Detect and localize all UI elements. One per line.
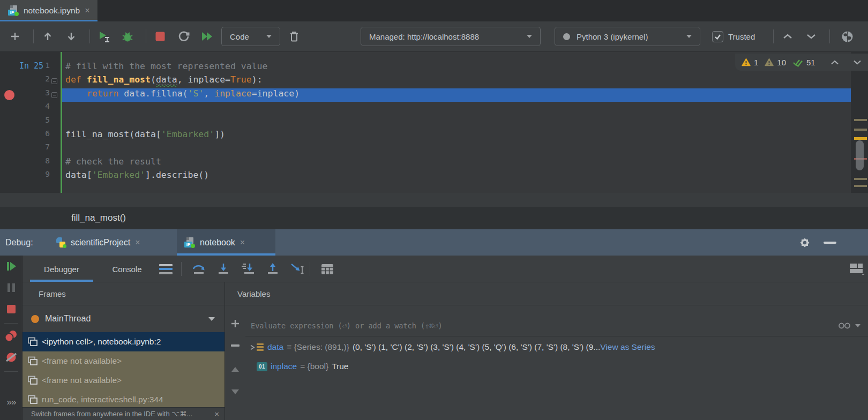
breakpoint-icon[interactable] [4, 90, 14, 100]
view-breakpoints-icon[interactable] [0, 329, 23, 342]
add-watch-button[interactable] [225, 319, 245, 328]
pycharm-window: IP notebook.ipynb × [0, 0, 868, 420]
stack-frame[interactable]: <ipython cell>, notebook.ipynb:2 [23, 332, 225, 351]
mute-breakpoints-icon[interactable] [0, 351, 23, 364]
active-tab-underline [30, 280, 93, 282]
cell-type-dropdown[interactable]: Code [221, 27, 280, 46]
evaluate-placeholder: Evaluate expression (⏎) or add a watch (… [251, 321, 838, 330]
evaluate-expression-icon[interactable] [319, 262, 335, 276]
code-lines: # fill with the most represented valuede… [62, 61, 851, 184]
trusted-checkbox[interactable]: Trusted [712, 31, 757, 42]
notebook-editor[interactable]: In 25 123456789 # fill with the most rep… [0, 52, 868, 193]
variable-value: True [332, 362, 348, 371]
tab-debugger[interactable]: Debugger [30, 256, 93, 282]
line-number-2: 2 [29, 74, 50, 88]
watches-icon [838, 322, 851, 329]
chevron-down-icon [208, 317, 215, 321]
chevron-down-icon [527, 35, 532, 38]
line-number-1: 1 [29, 61, 50, 74]
session-tab-scientificproject[interactable]: scientificProject × [48, 229, 148, 256]
stack-frame[interactable]: run_code, interactiveshell.py:344 [23, 390, 225, 409]
delete-cell-button[interactable] [285, 27, 304, 46]
evaluate-expression-input[interactable]: Evaluate expression (⏎) or add a watch (… [245, 305, 868, 336]
kernel-label: Python 3 (ipykernel) [577, 32, 648, 41]
code-line-3[interactable]: return data.fillna('S', inplace=inplace) [62, 88, 851, 102]
layout-settings-icon[interactable] [848, 262, 866, 276]
pause-program-icon[interactable] [0, 283, 23, 292]
scroll-up-button[interactable] [778, 27, 797, 46]
variables-panel-header: Variables [225, 282, 868, 305]
thread-selector[interactable]: MainThread [23, 305, 225, 332]
fold-marker-icon[interactable] [51, 92, 57, 98]
tab-close-icon[interactable]: × [240, 238, 245, 247]
code-line-2[interactable]: def fill_na_most(data, inplace=True): [62, 74, 851, 88]
line-number-5: 5 [29, 116, 50, 129]
threads-view-icon[interactable] [158, 262, 174, 276]
frames-status-bar: Switch frames from anywhere in the IDE w… [23, 407, 225, 420]
watches-options[interactable] [838, 322, 860, 329]
more-actions-icon[interactable]: »» [0, 397, 23, 408]
step-out-icon[interactable] [265, 262, 281, 276]
next-problem-icon[interactable] [853, 60, 862, 65]
variable-row-data[interactable]: data= {Series: (891,)}(0, 'S') (1, 'C') … [245, 338, 868, 357]
cell-output-area: fill_na_most() [0, 193, 868, 229]
scroll-down-button[interactable] [802, 27, 821, 46]
tab-title: notebook.ipynb [24, 6, 80, 16]
jupyter-server-dropdown[interactable]: Managed: http://localhost:8888 [361, 27, 541, 46]
warning-icon[interactable] [742, 58, 751, 66]
step-over-icon[interactable] [191, 262, 207, 276]
tab-console[interactable]: Console [103, 256, 151, 282]
run-cell-button[interactable] [94, 27, 114, 46]
debug-cell-button[interactable] [118, 27, 137, 46]
variables-list: data= {Series: (891,)}(0, 'S') (1, 'C') … [245, 338, 868, 376]
run-all-cells-button[interactable] [198, 27, 217, 46]
passed-checks-icon[interactable] [792, 58, 803, 67]
prev-problem-icon[interactable] [830, 60, 839, 65]
settings-gear-icon[interactable] [798, 236, 811, 249]
run-to-cursor-icon[interactable] [289, 262, 305, 276]
fold-marker-icon[interactable] [51, 78, 57, 84]
move-cell-down-button[interactable] [62, 27, 81, 46]
expand-chevron-icon[interactable] [248, 344, 257, 351]
code-line-8[interactable]: # check the result [62, 156, 851, 170]
kernel-status-icon [563, 33, 570, 40]
tab-close-icon[interactable]: × [85, 6, 89, 15]
restart-kernel-button[interactable] [174, 27, 193, 46]
variable-row-inplace[interactable]: 01inplace= {bool}True [245, 357, 868, 376]
line-number-6: 6 [29, 129, 50, 142]
tab-notebook-ipynb[interactable]: IP notebook.ipynb × [0, 0, 98, 21]
editor-error-stripe[interactable] [851, 52, 868, 193]
code-line-1[interactable]: # fill with the most represented value [62, 61, 851, 74]
code-line-4[interactable] [62, 102, 851, 115]
force-step-into-icon[interactable] [240, 262, 256, 276]
stop-icon[interactable] [0, 304, 23, 314]
move-cell-up-button[interactable] [38, 27, 57, 46]
scroll-down-button[interactable] [225, 389, 245, 394]
session-tab-notebook[interactable]: IP notebook × [177, 229, 275, 256]
stop-kernel-button[interactable] [151, 27, 170, 46]
stripe-mark-warning [854, 137, 867, 140]
code-line-9[interactable]: data['Embarked'].describe() [62, 170, 851, 183]
step-into-icon[interactable] [215, 262, 231, 276]
minimize-icon[interactable] [824, 242, 836, 244]
add-cell-button[interactable] [5, 27, 25, 46]
stack-frame[interactable]: <frame not available> [23, 371, 225, 390]
weak-warning-icon[interactable] [765, 58, 774, 66]
variables-panel: Variables Evaluate expression (⏎) or add… [225, 282, 868, 420]
code-line-6[interactable]: fill_na_most(data['Embarked']) [62, 129, 851, 142]
resume-program-icon[interactable] [0, 261, 23, 272]
ipynb-file-icon: IP [184, 237, 195, 248]
cell-marker-bar [61, 52, 62, 193]
jupyter-web-browser-icon[interactable] [837, 27, 857, 46]
code-line-5[interactable] [62, 116, 851, 129]
code-line-7[interactable] [62, 142, 851, 156]
kernel-dropdown[interactable]: Python 3 (ipykernel) [555, 27, 700, 46]
tab-close-icon[interactable]: × [135, 238, 140, 247]
view-as-series-link[interactable]: View as Series [600, 342, 655, 352]
stack-frame[interactable]: <frame not available> [23, 351, 225, 371]
scroll-up-button[interactable] [225, 367, 245, 372]
scrollbar-thumb[interactable] [856, 140, 864, 170]
stripe-mark [854, 185, 867, 187]
close-hint-icon[interactable]: × [214, 409, 219, 418]
remove-watch-button[interactable] [225, 344, 245, 347]
